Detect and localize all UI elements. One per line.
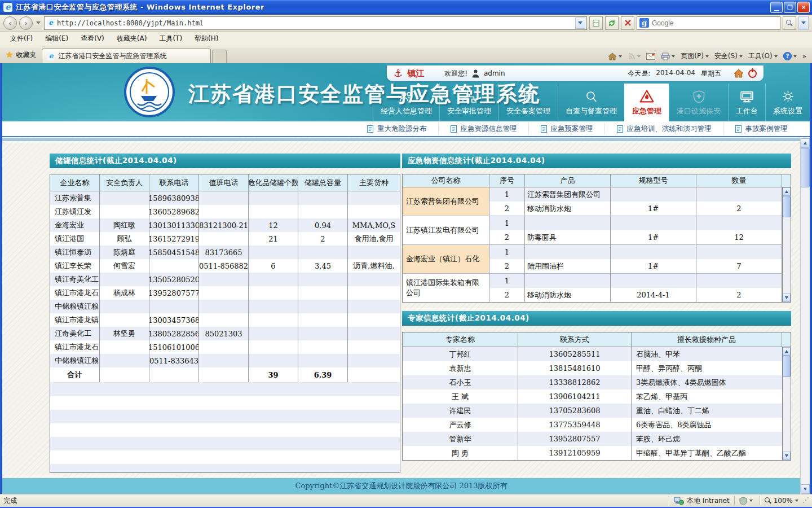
table-row[interactable]: 江苏索普集15896380938 (50, 191, 400, 205)
table-row[interactable]: 石小玉133388128623类易燃液体、4类易燃固体 (403, 375, 782, 389)
restore-button[interactable]: ❐ (784, 2, 796, 13)
menu-edit[interactable]: 编辑(E) (39, 32, 74, 45)
table-row[interactable]: 丁邦红13605285511石脑油、甲苯 (403, 347, 782, 361)
scroll-down-button[interactable] (783, 452, 791, 460)
zoom-dropdown-icon[interactable] (795, 500, 798, 502)
table-row[interactable]: 镇江市港龙石杨成林13952807577 (50, 286, 400, 300)
favorites-label: 收藏夹 (16, 50, 36, 60)
scroll-thumb[interactable] (783, 196, 791, 217)
table-row[interactable]: 许建民13705283608重油、白蜡油、丁二烯 (403, 404, 782, 418)
table-row[interactable]: 中储粮镇江粮0511-833643 (50, 354, 400, 367)
subnav-training-drill[interactable]: 应急培训、演练和演习管理 (605, 123, 723, 134)
url-input[interactable] (57, 19, 573, 27)
materials-group[interactable]: 金海宏业（镇江）石化 1 2陆用围油栏1#7 (403, 245, 782, 274)
menu-tools[interactable]: 工具(T) (153, 32, 188, 45)
table-row[interactable]: 中储粮镇江粮 (50, 300, 400, 313)
page-scrollbar[interactable] (800, 138, 810, 494)
materials-scrollbar[interactable] (782, 187, 791, 302)
protected-mode-icon[interactable] (739, 497, 747, 505)
address-field[interactable]: e (44, 16, 587, 30)
scroll-down-button[interactable] (801, 484, 810, 494)
subnav-plan-management[interactable]: 应急预案管理 (529, 123, 605, 134)
table-row[interactable]: 袁新忠13815481610甲醇、异丙醇、丙酮 (403, 361, 782, 375)
scroll-thumb[interactable] (783, 356, 791, 377)
table-row[interactable]: 镇江市港龙石15106101006 (50, 340, 400, 354)
nav-workbench[interactable]: 工作台 (728, 84, 765, 121)
search-box[interactable]: g (637, 16, 780, 30)
table-row[interactable]: 陶 勇13912105959甲缩醛、甲基异丁基酮、乙酸乙酯 (403, 446, 782, 460)
favorites-button[interactable]: ★ 收藏夹 (2, 47, 42, 63)
search-input[interactable] (652, 19, 778, 27)
nav-self-inspection[interactable]: 自查与督查管理 (558, 84, 624, 121)
sitemap-icon (462, 90, 477, 103)
materials-group[interactable]: 镇江港国际集装箱有限公司 1 2移动消防水炮2014-4-12 (403, 274, 782, 302)
minimize-button[interactable]: ▁ (770, 2, 783, 13)
materials-group[interactable]: 江苏索普集团有限公司 1江苏索普集团有限公司 2移动消防水炮1#2 (403, 187, 782, 216)
page-menu-button[interactable]: 页面(P) (681, 51, 709, 61)
tools-menu-button[interactable]: 工具(O) (748, 51, 778, 61)
table-row[interactable]: 管新华13952807557苯胺、环己烷 (403, 432, 782, 446)
menu-help[interactable]: 帮助(H) (189, 32, 224, 45)
home-shortcut-icon[interactable] (734, 69, 744, 78)
logout-power-icon[interactable] (748, 69, 757, 78)
nav-port-security[interactable]: 港口设施保安 (669, 84, 728, 121)
table-row[interactable]: 镇江港国顾弘13615272919212食用油,食用 (50, 232, 400, 246)
zoom-control[interactable]: 100% (765, 497, 798, 505)
table-row[interactable]: 王 斌13906104211苯乙烯、甲基丙 (403, 389, 782, 404)
doc-icon (616, 125, 624, 133)
table-row[interactable]: 江苏镇江发13605289682 (50, 205, 400, 218)
scroll-down-button[interactable] (783, 294, 791, 302)
rss-button[interactable] (628, 52, 641, 60)
col-header: 序号 (489, 174, 525, 187)
mail-button[interactable] (646, 53, 655, 60)
today-label: 今天是: (628, 69, 650, 78)
page-banner: 江苏省港口安全监管与应急管理系统 ⚓ 镇江 欢迎您! admin 今天是: 20… (2, 63, 810, 121)
nav-system-settings[interactable]: 系统设置 (765, 84, 810, 121)
table-row[interactable]: 严云修137753594486类毒害品、8类腐蚀品 (403, 418, 782, 432)
materials-group[interactable]: 江苏镇江发电有限公司 1 2防毒面具1#12 (403, 216, 782, 245)
refresh-button[interactable] (605, 16, 619, 30)
overflow-chevron[interactable]: » (802, 52, 806, 60)
resize-grip[interactable] (802, 497, 809, 504)
table-row[interactable]: 镇江李长荣何雪宏0511-85688263.45沥青,燃料油, (50, 259, 400, 273)
table-row[interactable]: 江奇美化工林坚勇1380528285685021303 (50, 327, 400, 340)
stop-button[interactable] (621, 16, 634, 30)
scroll-up-button[interactable] (801, 138, 810, 148)
table-row[interactable]: 镇江奇美化工13505280520 (50, 273, 400, 286)
window-border-left (0, 63, 2, 494)
close-button[interactable]: ✕ (797, 2, 810, 13)
print-button[interactable] (661, 52, 675, 60)
scroll-thumb[interactable] (801, 148, 810, 187)
safety-menu-button[interactable]: 安全(S) (714, 51, 743, 61)
page-content: 江苏省港口安全监管与应急管理系统 ⚓ 镇江 欢迎您! admin 今天是: 20… (2, 63, 810, 494)
new-tab-stub[interactable] (212, 50, 227, 63)
nav-operator-info[interactable]: 经营人信息管理 (373, 84, 439, 121)
zone-dropdown-icon[interactable] (749, 500, 753, 502)
url-dropdown-button[interactable] (575, 17, 585, 29)
home-button[interactable] (608, 52, 622, 60)
search-dropdown-button[interactable] (798, 16, 809, 30)
nav-safety-filing[interactable]: 安全备案管理 (498, 84, 558, 121)
menu-file[interactable]: 文件(F) (5, 32, 38, 45)
subnav-hazard-distribution[interactable]: 重大危险源分布 (355, 123, 439, 134)
menu-view[interactable]: 查看(V) (75, 32, 110, 45)
experts-scrollbar[interactable] (782, 347, 791, 460)
back-button[interactable]: ‹ (3, 16, 17, 30)
table-row[interactable]: 镇江恒泰沥陈炳庭1585045154883173665 (50, 246, 400, 259)
compatibility-view-button[interactable] (589, 16, 603, 30)
search-button[interactable] (783, 16, 796, 30)
menu-favorites[interactable]: 收藏夹(A) (111, 32, 153, 45)
subnav-accident-cases[interactable]: 事故案例管理 (723, 123, 799, 134)
scroll-up-button[interactable] (783, 347, 791, 356)
scroll-up-button[interactable] (783, 187, 791, 196)
nav-emergency-management[interactable]: 应急管理 (624, 84, 669, 121)
doc-icon (450, 125, 457, 133)
tab-active[interactable]: e 江苏省港口安全监管与应急管理系统 (42, 49, 211, 63)
nav-safety-approval[interactable]: 安全审批管理 (439, 84, 498, 121)
table-row[interactable]: 金海宏业陶红暾1301301133083121300-21120.94MMA,M… (50, 218, 400, 232)
history-dropdown-icon[interactable] (36, 21, 41, 24)
help-button[interactable]: ? (783, 52, 797, 60)
table-row[interactable]: 镇江市港龙镇13003457368 (50, 313, 400, 327)
forward-button[interactable]: › (19, 16, 33, 30)
subnav-resource-info[interactable]: 应急资源信息管理 (439, 123, 529, 134)
